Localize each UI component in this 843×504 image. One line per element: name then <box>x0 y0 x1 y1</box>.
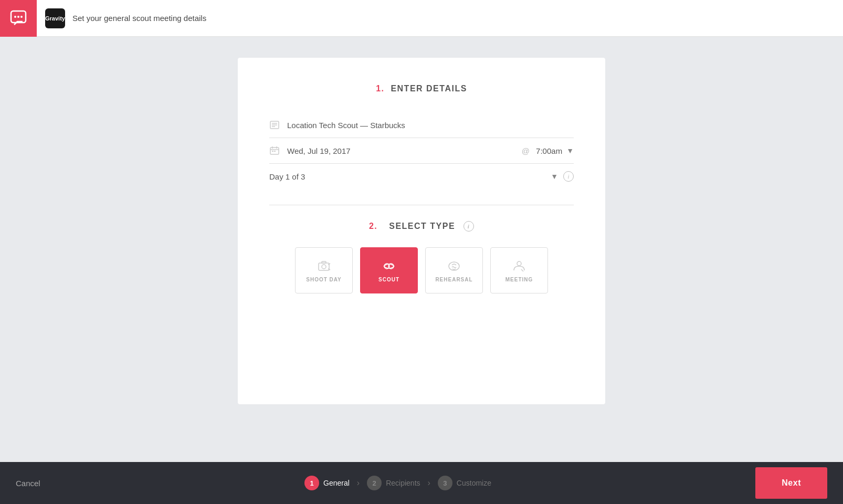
svg-point-22 <box>517 261 521 266</box>
step-1: 1 General <box>304 476 350 490</box>
type-card-rehearsal[interactable]: REHEARSAL <box>425 247 483 293</box>
scout-icon <box>382 259 396 274</box>
section2-num: 2. <box>369 222 377 231</box>
footer: Cancel 1 General › 2 Recipients › 3 Cust… <box>0 462 843 504</box>
meeting-name-text[interactable]: Location Tech Scout — Starbucks <box>287 121 405 130</box>
date-text[interactable]: Wed, Jul 19, 2017 <box>287 146 351 155</box>
section-divider <box>269 205 574 205</box>
svg-rect-13 <box>274 151 276 152</box>
step-1-label: General <box>323 479 350 487</box>
svg-line-17 <box>328 264 330 265</box>
section2-info-icon[interactable]: i <box>463 221 474 232</box>
time-section[interactable]: 7:00am ▼ <box>536 146 574 155</box>
type-cards-container: SHOOT DAY SCOUT <box>269 247 574 293</box>
header-title: Set your general scout meeting details <box>72 14 206 23</box>
chat-icon <box>9 9 28 28</box>
step-indicator: 1 General › 2 Recipients › 3 Customize <box>304 476 491 490</box>
logo-text: Gravity <box>45 15 65 22</box>
at-symbol: @ <box>522 146 530 155</box>
card: 1. ENTER DETAILS Location Tech Scout — S… <box>238 58 605 404</box>
meeting-icon <box>512 259 526 274</box>
step-3: 3 Customize <box>438 476 491 490</box>
calendar-icon <box>269 145 280 156</box>
date-section: Wed, Jul 19, 2017 <box>269 145 515 156</box>
section1-num: 1. <box>376 84 384 93</box>
date-time-row: Wed, Jul 19, 2017 @ 7:00am ▼ <box>269 138 574 164</box>
shoot-day-label: SHOOT DAY <box>306 277 342 282</box>
section1-text: ENTER DETAILS <box>391 84 467 93</box>
step-1-circle: 1 <box>304 476 319 490</box>
section2-title: 2. SELECT TYPE i <box>269 221 574 232</box>
info-icon[interactable]: i <box>563 171 574 182</box>
svg-point-3 <box>20 16 23 18</box>
section1-title: 1. ENTER DETAILS <box>269 84 574 93</box>
step-2-circle: 2 <box>367 476 382 490</box>
section2-text: SELECT TYPE <box>389 222 455 231</box>
day-label[interactable]: Day 1 of 3 <box>269 172 546 181</box>
step-arrow-1: › <box>357 478 360 488</box>
logo-box: Gravity <box>45 8 65 28</box>
shoot-day-icon <box>317 259 331 274</box>
time-chevron-icon[interactable]: ▼ <box>566 146 574 155</box>
time-text: 7:00am <box>536 146 562 155</box>
type-card-meeting[interactable]: MEETING <box>490 247 548 293</box>
scout-label: SCOUT <box>378 277 399 282</box>
next-button[interactable]: Next <box>755 467 827 499</box>
header: Gravity Set your general scout meeting d… <box>0 0 843 37</box>
svg-point-15 <box>322 265 326 269</box>
rehearsal-icon <box>447 259 461 274</box>
svg-point-2 <box>17 16 19 18</box>
day-chevron-icon[interactable]: ▼ <box>551 172 558 181</box>
title-icon <box>269 120 280 130</box>
type-card-shoot-day[interactable]: SHOOT DAY <box>295 247 353 293</box>
cancel-button[interactable]: Cancel <box>16 479 40 488</box>
meeting-label: MEETING <box>505 277 533 282</box>
type-card-scout[interactable]: SCOUT <box>360 247 418 293</box>
step-3-label: Customize <box>457 479 491 487</box>
step-arrow-2: › <box>428 478 430 488</box>
day-icons: ▼ i <box>546 171 574 182</box>
meeting-name-row: Location Tech Scout — Starbucks <box>269 112 574 138</box>
day-row: Day 1 of 3 ▼ i <box>269 164 574 189</box>
step-2-label: Recipients <box>386 479 420 487</box>
step-3-circle: 3 <box>438 476 452 490</box>
rehearsal-label: REHEARSAL <box>435 277 472 282</box>
svg-rect-16 <box>322 261 326 263</box>
svg-line-18 <box>328 269 330 270</box>
svg-point-1 <box>14 16 16 18</box>
svg-rect-12 <box>272 151 273 152</box>
app-icon-box <box>0 0 37 37</box>
svg-rect-14 <box>319 263 329 270</box>
main-content: 1. ENTER DETAILS Location Tech Scout — S… <box>0 37 843 462</box>
step-2: 2 Recipients <box>367 476 420 490</box>
svg-point-21 <box>449 262 459 270</box>
